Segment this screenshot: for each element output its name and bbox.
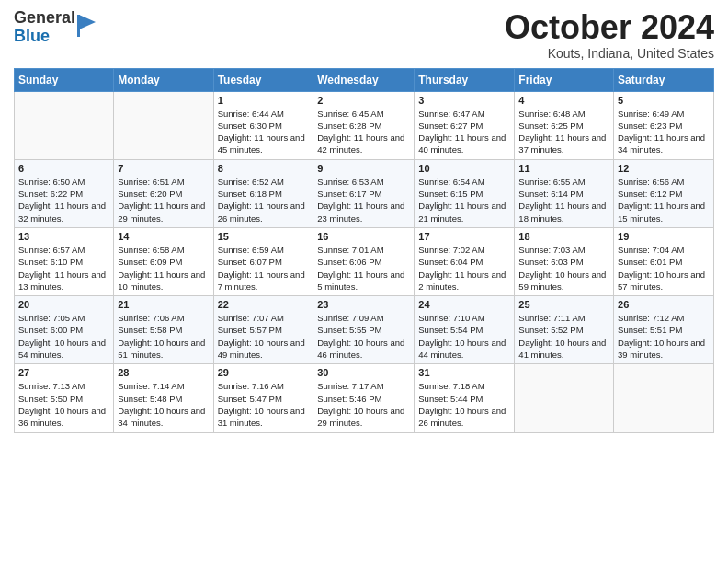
day-number: 19 bbox=[618, 231, 710, 242]
day-info: Sunrise: 7:11 AM Sunset: 5:52 PM Dayligh… bbox=[518, 312, 609, 361]
day-number: 7 bbox=[118, 163, 209, 174]
day-number: 23 bbox=[317, 299, 410, 310]
day-number: 21 bbox=[118, 299, 209, 310]
calendar-cell: 23Sunrise: 7:09 AM Sunset: 5:55 PM Dayli… bbox=[313, 296, 415, 364]
day-number: 3 bbox=[418, 95, 510, 106]
calendar-cell: 10Sunrise: 6:54 AM Sunset: 6:15 PM Dayli… bbox=[415, 159, 515, 227]
day-number: 30 bbox=[317, 367, 410, 378]
calendar-cell: 27Sunrise: 7:13 AM Sunset: 5:50 PM Dayli… bbox=[15, 364, 114, 432]
col-header-wednesday: Wednesday bbox=[313, 68, 415, 91]
day-info: Sunrise: 7:13 AM Sunset: 5:50 PM Dayligh… bbox=[18, 380, 109, 429]
logo-general: General bbox=[14, 9, 75, 28]
day-info: Sunrise: 6:53 AM Sunset: 6:17 PM Dayligh… bbox=[317, 176, 410, 224]
day-info: Sunrise: 7:02 AM Sunset: 6:04 PM Dayligh… bbox=[418, 244, 510, 293]
logo-icon bbox=[77, 13, 97, 39]
day-info: Sunrise: 6:47 AM Sunset: 6:27 PM Dayligh… bbox=[418, 108, 510, 156]
day-number: 6 bbox=[18, 163, 109, 174]
calendar-cell: 18Sunrise: 7:03 AM Sunset: 6:03 PM Dayli… bbox=[515, 227, 614, 295]
calendar-cell: 3Sunrise: 6:47 AM Sunset: 6:27 PM Daylig… bbox=[415, 91, 515, 159]
day-number: 12 bbox=[618, 163, 710, 174]
day-info: Sunrise: 6:59 AM Sunset: 6:07 PM Dayligh… bbox=[218, 244, 310, 293]
calendar-cell: 1Sunrise: 6:44 AM Sunset: 6:30 PM Daylig… bbox=[213, 91, 313, 159]
col-header-tuesday: Tuesday bbox=[213, 68, 313, 91]
calendar-cell: 8Sunrise: 6:52 AM Sunset: 6:18 PM Daylig… bbox=[213, 159, 313, 227]
header: General Blue October 2024 Kouts, Indiana… bbox=[14, 9, 714, 61]
day-info: Sunrise: 7:05 AM Sunset: 6:00 PM Dayligh… bbox=[18, 312, 109, 361]
calendar-cell: 19Sunrise: 7:04 AM Sunset: 6:01 PM Dayli… bbox=[614, 227, 714, 295]
calendar-week-5: 27Sunrise: 7:13 AM Sunset: 5:50 PM Dayli… bbox=[15, 364, 714, 432]
calendar-week-3: 13Sunrise: 6:57 AM Sunset: 6:10 PM Dayli… bbox=[15, 227, 714, 295]
day-info: Sunrise: 7:18 AM Sunset: 5:44 PM Dayligh… bbox=[418, 380, 510, 429]
day-number: 16 bbox=[317, 231, 410, 242]
day-number: 8 bbox=[218, 163, 310, 174]
day-number: 13 bbox=[18, 231, 109, 242]
col-header-thursday: Thursday bbox=[415, 68, 515, 91]
day-number: 24 bbox=[418, 299, 510, 310]
day-number: 28 bbox=[118, 367, 209, 378]
page: General Blue October 2024 Kouts, Indiana… bbox=[0, 0, 728, 563]
calendar-cell: 31Sunrise: 7:18 AM Sunset: 5:44 PM Dayli… bbox=[415, 364, 515, 432]
day-info: Sunrise: 6:48 AM Sunset: 6:25 PM Dayligh… bbox=[518, 108, 609, 156]
calendar-cell: 25Sunrise: 7:11 AM Sunset: 5:52 PM Dayli… bbox=[515, 296, 614, 364]
calendar-cell: 17Sunrise: 7:02 AM Sunset: 6:04 PM Dayli… bbox=[415, 227, 515, 295]
day-number: 4 bbox=[518, 95, 609, 106]
logo: General Blue bbox=[14, 9, 97, 46]
day-info: Sunrise: 6:56 AM Sunset: 6:12 PM Dayligh… bbox=[618, 176, 710, 224]
day-number: 26 bbox=[618, 299, 710, 310]
calendar-week-1: 1Sunrise: 6:44 AM Sunset: 6:30 PM Daylig… bbox=[15, 91, 714, 159]
day-info: Sunrise: 6:44 AM Sunset: 6:30 PM Dayligh… bbox=[218, 108, 310, 156]
calendar-week-4: 20Sunrise: 7:05 AM Sunset: 6:00 PM Dayli… bbox=[15, 296, 714, 364]
day-number: 5 bbox=[618, 95, 710, 106]
day-info: Sunrise: 6:45 AM Sunset: 6:28 PM Dayligh… bbox=[317, 108, 410, 156]
day-info: Sunrise: 6:54 AM Sunset: 6:15 PM Dayligh… bbox=[418, 176, 510, 224]
calendar-cell: 9Sunrise: 6:53 AM Sunset: 6:17 PM Daylig… bbox=[313, 159, 415, 227]
day-number: 9 bbox=[317, 163, 410, 174]
col-header-sunday: Sunday bbox=[15, 68, 114, 91]
day-info: Sunrise: 6:51 AM Sunset: 6:20 PM Dayligh… bbox=[118, 176, 209, 224]
calendar-table: SundayMondayTuesdayWednesdayThursdayFrid… bbox=[14, 68, 714, 433]
day-number: 2 bbox=[317, 95, 410, 106]
day-info: Sunrise: 7:14 AM Sunset: 5:48 PM Dayligh… bbox=[118, 380, 209, 429]
day-info: Sunrise: 7:10 AM Sunset: 5:54 PM Dayligh… bbox=[418, 312, 510, 361]
day-info: Sunrise: 7:07 AM Sunset: 5:57 PM Dayligh… bbox=[218, 312, 310, 361]
day-number: 27 bbox=[18, 367, 109, 378]
day-info: Sunrise: 6:55 AM Sunset: 6:14 PM Dayligh… bbox=[518, 176, 609, 224]
day-number: 1 bbox=[218, 95, 310, 106]
day-number: 20 bbox=[18, 299, 109, 310]
calendar-cell: 13Sunrise: 6:57 AM Sunset: 6:10 PM Dayli… bbox=[15, 227, 114, 295]
calendar-cell: 12Sunrise: 6:56 AM Sunset: 6:12 PM Dayli… bbox=[614, 159, 714, 227]
calendar-cell: 20Sunrise: 7:05 AM Sunset: 6:00 PM Dayli… bbox=[15, 296, 114, 364]
calendar-cell: 15Sunrise: 6:59 AM Sunset: 6:07 PM Dayli… bbox=[213, 227, 313, 295]
col-header-monday: Monday bbox=[114, 68, 213, 91]
col-header-friday: Friday bbox=[515, 68, 614, 91]
calendar-cell: 30Sunrise: 7:17 AM Sunset: 5:46 PM Dayli… bbox=[313, 364, 415, 432]
day-number: 31 bbox=[418, 367, 510, 378]
calendar-cell bbox=[114, 91, 213, 159]
calendar-cell: 7Sunrise: 6:51 AM Sunset: 6:20 PM Daylig… bbox=[114, 159, 213, 227]
day-info: Sunrise: 6:58 AM Sunset: 6:09 PM Dayligh… bbox=[118, 244, 209, 293]
day-info: Sunrise: 7:03 AM Sunset: 6:03 PM Dayligh… bbox=[518, 244, 609, 293]
calendar-cell: 28Sunrise: 7:14 AM Sunset: 5:48 PM Dayli… bbox=[114, 364, 213, 432]
calendar-cell: 6Sunrise: 6:50 AM Sunset: 6:22 PM Daylig… bbox=[15, 159, 114, 227]
day-info: Sunrise: 7:01 AM Sunset: 6:06 PM Dayligh… bbox=[317, 244, 410, 293]
calendar-cell bbox=[15, 91, 114, 159]
location: Kouts, Indiana, United States bbox=[505, 46, 714, 61]
calendar-cell: 5Sunrise: 6:49 AM Sunset: 6:23 PM Daylig… bbox=[614, 91, 714, 159]
calendar-header-row: SundayMondayTuesdayWednesdayThursdayFrid… bbox=[15, 68, 714, 91]
calendar-cell: 11Sunrise: 6:55 AM Sunset: 6:14 PM Dayli… bbox=[515, 159, 614, 227]
calendar-week-2: 6Sunrise: 6:50 AM Sunset: 6:22 PM Daylig… bbox=[15, 159, 714, 227]
day-number: 14 bbox=[118, 231, 209, 242]
day-info: Sunrise: 7:06 AM Sunset: 5:58 PM Dayligh… bbox=[118, 312, 209, 361]
day-info: Sunrise: 6:57 AM Sunset: 6:10 PM Dayligh… bbox=[18, 244, 109, 293]
day-info: Sunrise: 6:52 AM Sunset: 6:18 PM Dayligh… bbox=[218, 176, 310, 224]
calendar-cell: 22Sunrise: 7:07 AM Sunset: 5:57 PM Dayli… bbox=[213, 296, 313, 364]
calendar-cell: 14Sunrise: 6:58 AM Sunset: 6:09 PM Dayli… bbox=[114, 227, 213, 295]
calendar-cell bbox=[614, 364, 714, 432]
day-info: Sunrise: 7:17 AM Sunset: 5:46 PM Dayligh… bbox=[317, 380, 410, 429]
calendar-cell: 21Sunrise: 7:06 AM Sunset: 5:58 PM Dayli… bbox=[114, 296, 213, 364]
calendar-cell: 29Sunrise: 7:16 AM Sunset: 5:47 PM Dayli… bbox=[213, 364, 313, 432]
month-title: October 2024 bbox=[505, 9, 714, 46]
logo-blue: Blue bbox=[14, 28, 75, 46]
day-number: 29 bbox=[218, 367, 310, 378]
calendar-cell: 26Sunrise: 7:12 AM Sunset: 5:51 PM Dayli… bbox=[614, 296, 714, 364]
